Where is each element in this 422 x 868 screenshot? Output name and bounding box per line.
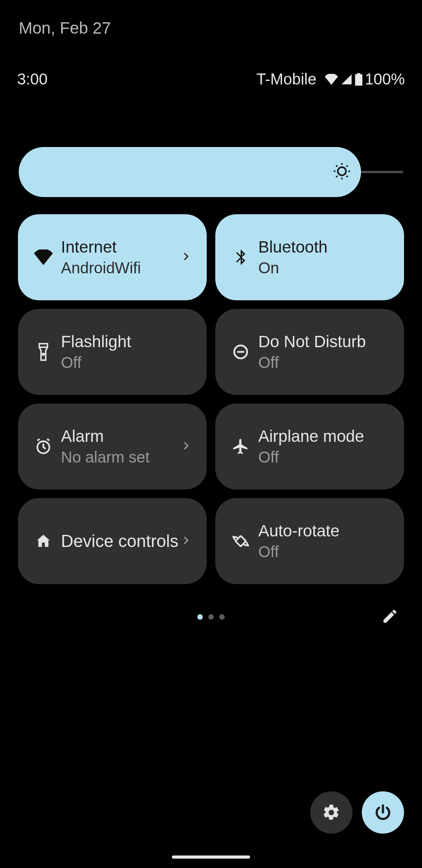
carrier-label: T-Mobile [256, 70, 316, 88]
tile-subtitle: Off [61, 352, 191, 373]
brightness-slider[interactable] [19, 147, 403, 197]
alarm-icon [30, 438, 57, 456]
tile-subtitle: AndroidWifi [61, 258, 179, 278]
chevron-right-icon [181, 535, 191, 547]
qs-tiles: Internet AndroidWifi Bluetooth On Flashl… [18, 214, 404, 584]
tile-title: Do Not Disturb [258, 331, 388, 353]
brightness-fill [19, 147, 361, 197]
edit-button[interactable] [381, 608, 399, 626]
status-row: 3:00 T-Mobile 100% [17, 70, 405, 88]
page-dot [197, 614, 203, 620]
power-button[interactable] [362, 791, 404, 834]
chevron-right-icon [181, 251, 191, 263]
settings-button[interactable] [310, 791, 352, 834]
tile-bluetooth[interactable]: Bluetooth On [215, 214, 404, 300]
home-indicator[interactable] [172, 855, 250, 859]
svg-rect-1 [39, 344, 48, 347]
wifi-icon [30, 249, 57, 265]
wifi-icon [324, 74, 338, 85]
airplane-icon [227, 438, 254, 456]
tile-device-controls[interactable]: Device controls [18, 498, 207, 584]
home-icon [30, 533, 57, 550]
tile-subtitle: Off [258, 352, 388, 373]
page-dots [197, 614, 225, 620]
status-time: 3:00 [17, 70, 48, 88]
bottom-buttons [310, 791, 404, 834]
svg-point-2 [43, 353, 45, 355]
autorotate-icon [227, 532, 254, 550]
tile-internet[interactable]: Internet AndroidWifi [18, 214, 207, 300]
date-header: Mon, Feb 27 [19, 19, 111, 38]
flashlight-icon [30, 343, 57, 361]
tile-alarm[interactable]: Alarm No alarm set [18, 404, 207, 490]
tile-title: Alarm [61, 426, 179, 447]
page-dot [219, 614, 225, 620]
tile-subtitle: On [258, 258, 388, 278]
battery-icon [355, 73, 363, 86]
dnd-icon [227, 343, 254, 360]
tile-title: Auto-rotate [258, 520, 388, 542]
tile-subtitle: Off [258, 447, 388, 467]
svg-point-0 [338, 167, 346, 176]
signal-icon [341, 74, 352, 85]
tile-autorotate[interactable]: Auto-rotate Off [215, 498, 404, 584]
brightness-icon [332, 161, 352, 183]
tile-title: Bluetooth [258, 237, 388, 258]
pager-row [0, 605, 422, 629]
tile-title: Flashlight [61, 331, 191, 353]
tile-title: Airplane mode [258, 426, 388, 447]
page-dot [208, 614, 214, 620]
tile-subtitle: Off [258, 542, 388, 562]
status-right: T-Mobile 100% [256, 70, 405, 88]
tile-title: Internet [61, 237, 179, 258]
chevron-right-icon [181, 441, 191, 452]
tile-airplane[interactable]: Airplane mode Off [215, 404, 404, 490]
tile-dnd[interactable]: Do Not Disturb Off [215, 309, 404, 395]
bluetooth-icon [227, 248, 254, 267]
battery-percent: 100% [365, 70, 405, 88]
tile-subtitle: No alarm set [61, 447, 179, 467]
tile-title: Device controls [61, 530, 179, 552]
tile-flashlight[interactable]: Flashlight Off [18, 309, 207, 395]
